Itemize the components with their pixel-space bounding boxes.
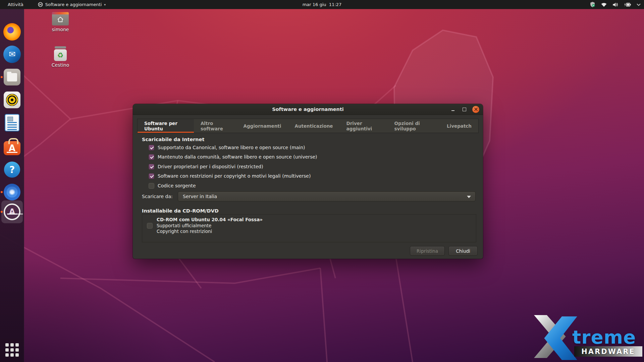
server-dropdown-value: Server in Italia: [183, 194, 217, 199]
activities-button[interactable]: Attività: [5, 2, 26, 7]
running-indicator: [1, 211, 3, 213]
server-dropdown[interactable]: Server in Italia: [178, 191, 476, 201]
battery-charging-icon[interactable]: [624, 2, 632, 7]
tab-software-per-ubuntu[interactable]: Software per Ubuntu: [138, 119, 194, 133]
tab-driver-aggiuntivi[interactable]: Driver aggiuntivi: [339, 119, 387, 133]
desktop-screen: Attività Software e aggiornamenti ▾ mar …: [0, 0, 644, 362]
checkbox-label: Supportato da Canonical, software libero…: [158, 145, 305, 150]
checkbox-unchecked-icon[interactable]: [147, 223, 153, 229]
volume-icon[interactable]: [612, 2, 619, 7]
desktop-icon-label: Cestino: [46, 62, 75, 68]
watermark-treme-text: treme: [572, 326, 636, 348]
show-applications-icon[interactable]: [5, 343, 20, 357]
chevron-down-icon[interactable]: [637, 3, 641, 6]
libreoffice-writer-icon: [5, 114, 19, 131]
help-icon: ?: [4, 162, 20, 178]
close-icon[interactable]: [472, 106, 479, 113]
window-titlebar[interactable]: Software e aggiornamenti: [133, 104, 483, 115]
checkbox-checked-icon[interactable]: [149, 173, 154, 179]
tab-autenticazione[interactable]: Autenticazione: [288, 119, 339, 133]
checkbox-checked-icon[interactable]: [149, 164, 154, 170]
checkbox-checked-icon[interactable]: [149, 154, 154, 160]
system-tray[interactable]: [589, 0, 641, 9]
dropdown-arrow-icon: [467, 196, 471, 200]
dock-item-thunderbird[interactable]: ✉: [1, 44, 23, 65]
desktop-icon-label: simone: [46, 27, 75, 32]
tab-bar: Software per Ubuntu Altro software Aggio…: [137, 119, 479, 133]
recycle-glyph-icon: ♻: [54, 49, 67, 61]
shield-check-icon[interactable]: [589, 1, 596, 8]
software-properties-icon: [38, 2, 43, 7]
cdrom-item[interactable]: CD-ROM com Ubuntu 20.04 «Focal Fossa» Su…: [157, 217, 263, 235]
close-button[interactable]: Chiudi: [448, 246, 478, 256]
rhythmbox-icon: [4, 92, 20, 108]
tab-opzioni-di-sviluppo[interactable]: Opzioni di sviluppo: [388, 119, 440, 133]
dock-item-files[interactable]: [1, 66, 23, 88]
dock-item-help[interactable]: ?: [1, 159, 23, 180]
dock-item-firefox[interactable]: [1, 21, 23, 43]
software-properties-icon: A: [4, 203, 20, 220]
tab-livepatch[interactable]: Livepatch: [440, 119, 478, 133]
download-from-label: Scaricare da:: [142, 191, 173, 201]
maximize-icon[interactable]: [461, 106, 468, 113]
trash-icon: ♻: [53, 46, 68, 62]
watermark-hardware-text: HARDWARE: [574, 346, 642, 357]
checkbox-restricted[interactable]: Driver proprietari per i dispositivi (re…: [149, 164, 263, 170]
firefox-icon: [3, 23, 21, 41]
dock-item-ubuntu-software[interactable]: A: [1, 136, 23, 158]
clock[interactable]: mar 16 giu 11:27: [303, 2, 342, 7]
app-indicator-menu[interactable]: Software e aggiornamenti ▾: [38, 2, 106, 7]
dock-item-libreoffice-writer[interactable]: [1, 112, 23, 133]
running-indicator: [1, 76, 3, 78]
top-bar: Attività Software e aggiornamenti ▾ mar …: [0, 0, 644, 9]
internet-section-heading: Scaricabile da Internet: [142, 137, 204, 142]
cdrom-line: Supportati ufficialmente: [157, 223, 263, 229]
tab-aggiornamenti[interactable]: Aggiornamenti: [236, 119, 288, 133]
checkbox-multiverse[interactable]: Software con restrizioni per copyright o…: [149, 173, 311, 179]
tab-altro-software[interactable]: Altro software: [194, 119, 237, 133]
home-folder-icon: [52, 12, 69, 25]
cdrom-title: CD-ROM com Ubuntu 20.04 «Focal Fossa»: [157, 217, 263, 223]
wifi-icon[interactable]: [601, 2, 607, 7]
home-glyph-icon: [57, 16, 64, 22]
desktop-icon-home[interactable]: simone: [46, 12, 75, 32]
checkbox-label: Mantenuto dalla comunità, software liber…: [158, 154, 317, 160]
dock-item-software-updates[interactable]: A: [1, 200, 23, 223]
checkbox-label: Software con restrizioni per copyright o…: [158, 173, 311, 179]
checkbox-label: Codice sorgente: [158, 183, 196, 188]
chevron-down-icon: ▾: [104, 3, 106, 6]
checkbox-universe[interactable]: Mantenuto dalla comunità, software liber…: [149, 154, 317, 160]
xtreme-hardware-logo-icon: [534, 315, 577, 358]
cdrom-line: Copyright con restrizioni: [157, 229, 263, 235]
reset-button[interactable]: Ripristina: [410, 246, 445, 256]
chromium-icon: [4, 184, 20, 200]
files-icon: [4, 69, 20, 85]
minimize-icon[interactable]: [449, 106, 456, 113]
cdrom-section-heading: Installabile da CD-ROM/DVD: [142, 208, 219, 214]
dock: ✉ A ? A: [0, 9, 24, 362]
window-controls: [449, 104, 479, 115]
app-indicator-label: Software e aggiornamenti: [45, 2, 102, 7]
cdrom-frame: CD-ROM com Ubuntu 20.04 «Focal Fossa» Su…: [142, 214, 476, 242]
checkbox-label: Driver proprietari per i dispositivi (re…: [158, 164, 263, 169]
ubuntu-software-icon: A: [4, 141, 20, 155]
running-indicator: [1, 191, 3, 193]
desktop-icon-trash[interactable]: ♻ Cestino: [46, 46, 75, 68]
window-title: Software e aggiornamenti: [272, 107, 344, 112]
checkbox-unchecked-icon[interactable]: [149, 183, 154, 189]
software-updates-window: Software e aggiornamenti Software per Ub…: [133, 104, 483, 259]
dock-item-rhythmbox[interactable]: [1, 89, 23, 111]
checkbox-checked-icon[interactable]: [149, 145, 154, 150]
checkbox-source-code[interactable]: Codice sorgente: [149, 183, 196, 189]
dock-item-chromium[interactable]: [1, 181, 23, 203]
checkbox-main[interactable]: Supportato da Canonical, software libero…: [149, 144, 305, 150]
thunderbird-icon: ✉: [3, 46, 21, 63]
